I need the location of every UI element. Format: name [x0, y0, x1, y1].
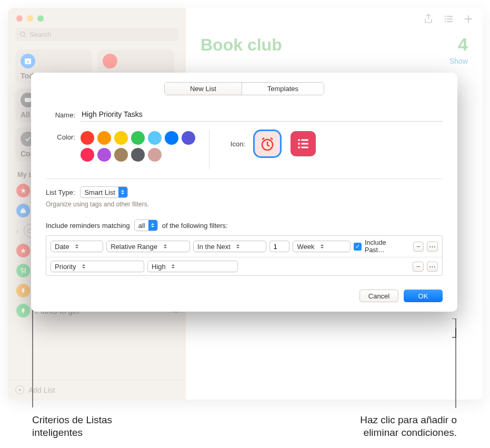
- filter-direction-select[interactable]: In the Next: [193, 241, 266, 252]
- list-type-select[interactable]: Smart List: [80, 186, 128, 198]
- list-type-hint: Organize using tags and other filters.: [46, 201, 443, 208]
- calendar-icon: [103, 54, 117, 68]
- svg-rect-20: [301, 147, 308, 148]
- color-swatch[interactable]: [148, 148, 162, 162]
- share-icon[interactable]: [423, 13, 434, 25]
- filter-row-priority: Priority High − ⋯: [46, 257, 442, 275]
- svg-rect-11: [447, 18, 453, 19]
- filter-value-select[interactable]: High: [147, 261, 238, 272]
- minimize-window-icon[interactable]: [27, 15, 33, 22]
- svg-point-15: [298, 139, 300, 141]
- new-list-dialog: New List Templates Name: Color:: [31, 73, 457, 312]
- svg-line-1: [24, 36, 26, 37]
- leaf-icon: [16, 304, 30, 317]
- svg-point-8: [445, 16, 446, 17]
- amount-field[interactable]: [269, 241, 289, 252]
- filter-more-button[interactable]: ⋯: [427, 242, 438, 252]
- remove-filter-button[interactable]: −: [413, 262, 424, 272]
- star-icon: ★: [16, 244, 30, 257]
- color-swatch[interactable]: [114, 131, 128, 145]
- color-swatch[interactable]: [182, 131, 195, 145]
- chevron-right-icon: ›: [16, 227, 18, 235]
- tile-label: All: [21, 111, 30, 119]
- chevron-up-down-icon: [234, 241, 243, 252]
- list-title: Book club: [201, 35, 282, 55]
- add-list-label: Add List: [28, 386, 55, 394]
- star-icon: ★: [16, 184, 30, 197]
- include-past-label: Include Past…: [365, 239, 407, 254]
- divider: [209, 129, 209, 169]
- chevron-up-down-icon: [317, 241, 326, 252]
- search-placeholder: Search: [29, 31, 51, 38]
- search-input[interactable]: Search: [15, 28, 178, 41]
- color-swatches: [81, 131, 202, 162]
- chevron-up-down-icon: [79, 261, 88, 272]
- match-mode-select[interactable]: all: [134, 220, 158, 231]
- alarm-clock-icon: [259, 135, 276, 152]
- color-swatch[interactable]: [97, 131, 111, 145]
- color-swatch[interactable]: [131, 131, 145, 145]
- chevron-up-down-icon: [72, 241, 81, 252]
- include-text-pre: Include reminders matching: [46, 222, 130, 230]
- cancel-button[interactable]: Cancel: [359, 290, 398, 302]
- color-swatch[interactable]: [114, 148, 128, 162]
- window-controls: [8, 8, 186, 22]
- svg-rect-16: [301, 140, 308, 141]
- icon-label: Icon:: [224, 140, 245, 148]
- search-icon: [19, 31, 26, 38]
- house-icon: [16, 204, 30, 217]
- add-reminder-icon[interactable]: [463, 13, 474, 25]
- add-list-button[interactable]: + Add List: [8, 380, 186, 400]
- minus-icon: −: [416, 263, 421, 271]
- ok-button[interactable]: OK: [404, 290, 443, 302]
- list-icon: [296, 138, 310, 150]
- color-swatch[interactable]: [131, 148, 145, 162]
- ellipsis-icon: ⋯: [429, 243, 436, 251]
- color-swatch[interactable]: [148, 131, 162, 145]
- color-label: Color:: [46, 131, 75, 141]
- filter-field-select[interactable]: Date: [51, 241, 103, 252]
- chevron-up-down-icon: [169, 261, 178, 272]
- tab-bar: New List Templates: [164, 82, 324, 95]
- svg-rect-13: [447, 21, 453, 22]
- plus-circle-icon: +: [15, 385, 24, 394]
- svg-rect-9: [447, 16, 453, 17]
- svg-point-19: [298, 146, 300, 148]
- view-options-icon[interactable]: [443, 13, 454, 25]
- show-completed-link[interactable]: Show: [449, 57, 468, 65]
- name-label: Name:: [46, 111, 75, 119]
- filter-mode-select[interactable]: Relative Range: [106, 241, 190, 252]
- zoom-window-icon[interactable]: [37, 15, 44, 22]
- color-swatch[interactable]: [165, 131, 178, 145]
- filters-box: Date Relative Range In the Next Week ✓ I…: [46, 235, 443, 276]
- svg-point-10: [445, 18, 446, 20]
- cart-icon: [16, 264, 30, 277]
- icon-alarm-clock[interactable]: [255, 131, 280, 156]
- ellipsis-icon: ⋯: [429, 263, 436, 271]
- filter-more-button[interactable]: ⋯: [427, 262, 438, 272]
- include-past-checkbox[interactable]: ✓: [354, 243, 362, 251]
- tab-templates[interactable]: Templates: [242, 83, 324, 95]
- remove-filter-button[interactable]: −: [413, 242, 424, 252]
- callout-add-remove: Haz clic para añadir o eliminar condicio…: [331, 414, 457, 439]
- chevron-up-down-icon: [161, 241, 169, 252]
- svg-point-0: [21, 32, 25, 36]
- color-swatch[interactable]: [97, 148, 111, 162]
- callout-smart-criteria: Criterios de Listas inteligentes: [32, 414, 158, 439]
- divider: [46, 178, 443, 179]
- leaf-icon: [16, 284, 30, 297]
- color-swatch[interactable]: [81, 148, 94, 162]
- filter-field-select[interactable]: Priority: [51, 261, 144, 272]
- svg-text:4: 4: [27, 59, 29, 64]
- svg-point-12: [445, 21, 446, 23]
- color-swatch[interactable]: [81, 131, 94, 145]
- include-text-post: of the following filters:: [162, 222, 228, 230]
- chevron-up-down-icon: [118, 187, 127, 197]
- tab-new-list[interactable]: New List: [165, 83, 242, 95]
- close-window-icon[interactable]: [16, 15, 23, 22]
- svg-point-5: [22, 272, 23, 273]
- name-field[interactable]: [81, 108, 443, 122]
- chevron-up-down-icon: [148, 220, 157, 231]
- filter-unit-select[interactable]: Week: [293, 241, 351, 252]
- icon-list[interactable]: [291, 131, 316, 156]
